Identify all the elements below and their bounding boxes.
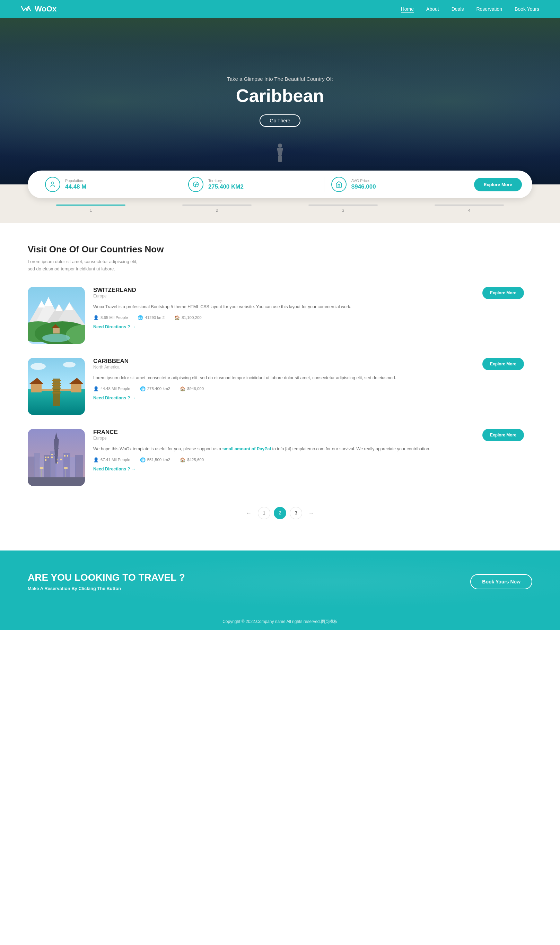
svg-point-6 xyxy=(52,182,54,185)
svg-rect-29 xyxy=(52,388,61,389)
globe-icon: 🌐 xyxy=(138,315,143,320)
svg-rect-53 xyxy=(51,454,53,455)
svg-rect-21 xyxy=(53,328,60,334)
caribbean-region: North America xyxy=(93,365,129,369)
book-yours-now-button[interactable]: Book Yours Now xyxy=(470,574,532,589)
countries-section: Visit One Of Our Countries Now Lorem ips… xyxy=(0,223,560,551)
house-icon: 🏠 xyxy=(174,315,180,320)
svg-rect-60 xyxy=(28,477,85,486)
switzerland-directions[interactable]: Need Directions ? → xyxy=(93,325,524,329)
nav-item-book[interactable]: Book Yours xyxy=(515,6,539,12)
territory-label: Territory: xyxy=(208,179,244,183)
prev-page-button[interactable]: ← xyxy=(243,508,254,519)
france-desc-link[interactable]: small amount of PayPal xyxy=(223,446,271,451)
france-image xyxy=(28,429,85,486)
stat-population: Population: 44.48 M xyxy=(38,177,181,192)
territory-icon xyxy=(188,177,203,192)
logo[interactable]: WoOx xyxy=(21,5,57,14)
svg-rect-58 xyxy=(64,455,66,457)
switzerland-ter-value: 41290 km2 xyxy=(145,316,165,320)
caribbean-directions[interactable]: Need Directions ? → xyxy=(93,396,524,400)
france-desc-end: to info [at] templatemo.com for our surv… xyxy=(271,446,431,451)
france-population: 👤 67.41 Mil People xyxy=(93,457,130,462)
svg-rect-37 xyxy=(60,389,71,391)
caribbean-price: 🏠 $946,000 xyxy=(180,386,204,391)
slide-number-3: 3 xyxy=(342,208,344,213)
france-price-value: $425,600 xyxy=(187,458,204,462)
globe-icon-f: 🌐 xyxy=(140,457,146,462)
svg-point-20 xyxy=(42,334,70,342)
svg-rect-50 xyxy=(45,457,46,458)
slide-line-2 xyxy=(182,205,252,206)
slide-number-1: 1 xyxy=(89,208,92,213)
svg-rect-54 xyxy=(51,457,53,458)
nav-item-about[interactable]: About xyxy=(426,6,439,12)
svg-point-0 xyxy=(278,143,282,148)
svg-point-39 xyxy=(63,362,75,368)
population-value: 44.48 M xyxy=(65,183,86,190)
france-details: FRANCE Europe Explore More We hope this … xyxy=(85,429,532,471)
switzerland-pop-value: 8.65 Mil People xyxy=(100,316,128,320)
nav-item-reservation[interactable]: Reservation xyxy=(476,6,502,12)
pagination: ← 1 2 3 → xyxy=(28,500,532,537)
switzerland-details: SWITZERLAND Europe Explore More Woox Tra… xyxy=(85,287,532,329)
switzerland-price-value: $1,100,200 xyxy=(182,316,202,320)
person-icon-f: 👤 xyxy=(93,457,99,462)
svg-rect-5 xyxy=(280,155,282,162)
svg-rect-52 xyxy=(45,459,46,461)
caribbean-details: CARIBBEAN North America Explore More Lor… xyxy=(85,358,532,400)
page-3-button[interactable]: 3 xyxy=(290,507,302,519)
slide-4[interactable]: 4 xyxy=(435,205,504,213)
svg-rect-68 xyxy=(54,455,58,456)
section-description: Lorem ipsum dolor sit amet, consectetur … xyxy=(28,258,138,273)
avg-price-icon xyxy=(331,177,346,192)
svg-rect-26 xyxy=(52,380,61,381)
slide-1[interactable]: 1 xyxy=(56,205,125,213)
france-stats: 👤 67.41 Mil People 🌐 551,500 km2 🏠 $425,… xyxy=(93,457,524,462)
country-card-switzerland: SWITZERLAND Europe Explore More Woox Tra… xyxy=(28,287,532,344)
switzerland-name: SWITZERLAND xyxy=(93,287,136,294)
france-region: Europe xyxy=(93,436,118,440)
switzerland-stats: 👤 8.65 Mil People 🌐 41290 km2 🏠 $1,100,2… xyxy=(93,315,524,320)
france-directions[interactable]: Need Directions ? → xyxy=(93,466,524,471)
svg-point-38 xyxy=(31,363,46,370)
stat-territory: Territory: 275.400 KM2 xyxy=(181,177,325,192)
go-there-button[interactable]: Go There xyxy=(260,114,301,127)
stats-explore-button[interactable]: Explore More xyxy=(474,178,522,191)
switzerland-price: 🏠 $1,100,200 xyxy=(174,315,202,320)
navbar: WoOx Home About Deals Reservation Book Y… xyxy=(0,0,560,18)
france-explore-button[interactable]: Explore More xyxy=(482,429,524,441)
avg-price-label: AVG Price: xyxy=(351,179,376,183)
slide-line-4 xyxy=(435,205,504,206)
caribbean-name: CARIBBEAN xyxy=(93,358,129,365)
france-desc-plain: We hope this WoOx template is useful for… xyxy=(93,446,223,451)
svg-rect-4 xyxy=(278,155,280,162)
svg-rect-51 xyxy=(48,457,49,458)
slide-line-1 xyxy=(56,205,125,206)
caribbean-price-value: $946,000 xyxy=(187,386,204,391)
nav-item-home[interactable]: Home xyxy=(401,6,414,12)
footer-text: Copyright © 2022.Company name All rights… xyxy=(223,619,337,624)
france-description: We hope this WoOx template is useful for… xyxy=(93,445,524,452)
switzerland-explore-button[interactable]: Explore More xyxy=(482,287,524,299)
france-name: FRANCE xyxy=(93,429,118,436)
slide-3[interactable]: 3 xyxy=(308,205,378,213)
caribbean-population: 👤 44.48 Mil People xyxy=(93,386,130,391)
page-2-button[interactable]: 2 xyxy=(274,507,286,519)
caribbean-ter-value: 275.400 km2 xyxy=(147,386,171,391)
slide-2[interactable]: 2 xyxy=(182,205,252,213)
svg-rect-27 xyxy=(52,383,61,384)
caribbean-explore-button[interactable]: Explore More xyxy=(482,358,524,370)
cta-section: ARE YOU LOOKING TO TRAVEL ? Make A Reser… xyxy=(0,551,560,613)
slide-number-2: 2 xyxy=(215,208,218,213)
cta-text: ARE YOU LOOKING TO TRAVEL ? Make A Reser… xyxy=(28,572,185,591)
nav-item-deals[interactable]: Deals xyxy=(452,6,464,12)
page-1-button[interactable]: 1 xyxy=(258,507,270,519)
population-label: Population: xyxy=(65,179,86,183)
next-page-button[interactable]: → xyxy=(306,508,317,519)
country-card-caribbean: CARIBBEAN North America Explore More Lor… xyxy=(28,358,532,415)
svg-rect-34 xyxy=(71,384,82,392)
person-icon-c: 👤 xyxy=(93,386,99,391)
switzerland-image xyxy=(28,287,85,344)
svg-rect-56 xyxy=(60,459,62,460)
